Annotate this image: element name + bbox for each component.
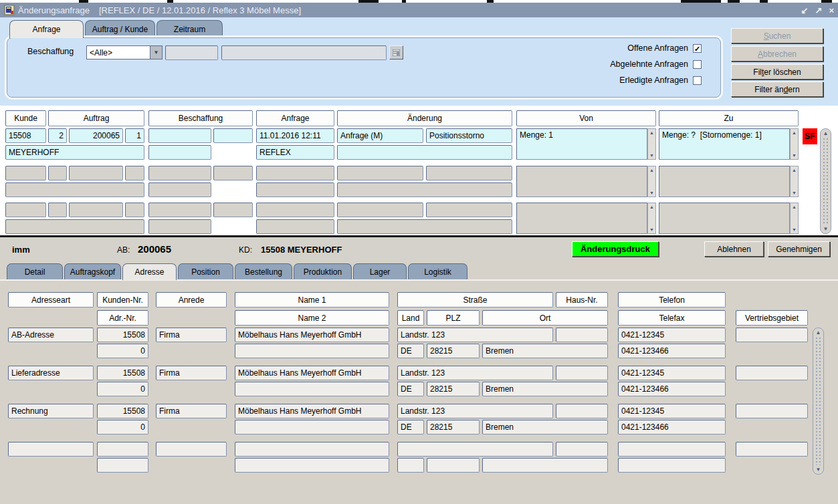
aenderung-art-field[interactable]: Positionsstorno <box>426 128 512 143</box>
tab-position[interactable]: Position <box>178 263 233 280</box>
abbrechen-button[interactable]: Abbrechen <box>731 46 823 61</box>
von-textarea-empty[interactable] <box>516 203 647 234</box>
scroll-down-icon[interactable]: ▼ <box>792 226 797 233</box>
plz-field[interactable]: 28215 <box>427 344 480 358</box>
empty-field[interactable] <box>256 203 334 217</box>
adr-nr-field[interactable] <box>97 458 148 473</box>
strasse-field[interactable] <box>397 442 553 457</box>
tab-produktion[interactable]: Produktion <box>294 263 352 280</box>
empty-field[interactable] <box>256 219 334 234</box>
kunde-name-field[interactable]: MEYERHOFF <box>5 145 144 160</box>
filter-aendern-button[interactable]: Filter ändern <box>731 82 823 97</box>
scroll-down-icon[interactable]: ▼ <box>649 226 654 233</box>
ort-field[interactable]: Bremen <box>482 420 608 434</box>
anrede-field[interactable]: Firma <box>156 404 227 418</box>
empty-field[interactable] <box>426 203 512 217</box>
empty-field[interactable] <box>5 166 46 180</box>
adressart-field[interactable]: AB-Adresse <box>8 328 94 342</box>
von-textarea-empty[interactable] <box>516 166 647 197</box>
minimize-icon[interactable]: ↙ <box>801 5 809 15</box>
empty-field[interactable] <box>69 203 123 217</box>
von-scrollbar[interactable]: ▲ ▼ <box>647 203 656 234</box>
empty-field[interactable] <box>256 182 334 197</box>
adr-nr-field[interactable]: 0 <box>97 344 148 358</box>
zu-textarea-empty[interactable] <box>659 203 790 234</box>
empty-field[interactable] <box>48 203 67 217</box>
scroll-up-icon[interactable]: ▲ <box>649 166 654 174</box>
empty-field[interactable] <box>125 203 144 217</box>
scroll-down-icon[interactable]: ▼ <box>649 189 654 197</box>
empty-field[interactable] <box>5 219 144 234</box>
von-scrollbar[interactable]: ▲ ▼ <box>647 128 656 160</box>
list-of-values-button[interactable] <box>389 45 403 59</box>
name1-field[interactable] <box>235 442 389 457</box>
von-scrollbar[interactable]: ▲ ▼ <box>647 166 656 197</box>
kunden-nr-field[interactable]: 15508 <box>97 404 148 418</box>
suchen-button[interactable]: Suchen <box>731 28 823 43</box>
empty-field[interactable] <box>148 203 211 217</box>
empty-field[interactable] <box>337 166 423 180</box>
name1-field[interactable]: Möbelhaus Hans Meyerhoff GmbH <box>235 366 389 380</box>
erledigte-anfragen-checkbox[interactable] <box>693 76 702 85</box>
empty-field[interactable] <box>148 219 211 234</box>
strasse-field[interactable]: Landstr. 123 <box>397 404 553 418</box>
auftrag-field[interactable]: 200065 <box>69 128 123 143</box>
empty-field[interactable] <box>213 203 253 217</box>
beschaffung-name-field[interactable] <box>221 45 387 60</box>
empty-field[interactable] <box>148 182 211 197</box>
results-scrollbar[interactable]: ▲ ▼ <box>820 128 831 234</box>
land-field[interactable] <box>397 458 424 473</box>
anrede-field[interactable]: Firma <box>156 366 227 380</box>
scroll-down-icon[interactable]: ▼ <box>792 189 797 197</box>
scroll-up-icon[interactable]: ▲ <box>823 130 829 136</box>
telefon-field[interactable] <box>618 442 726 457</box>
ort-field[interactable]: Bremen <box>482 344 608 358</box>
kunde-field[interactable]: 15508 <box>5 128 46 143</box>
plz-field[interactable]: 28215 <box>427 420 480 434</box>
anfrage-datum-field[interactable]: 11.01.2016 12:11 <box>256 128 334 143</box>
strasse-field[interactable]: Landstr. 123 <box>397 366 553 380</box>
kunde-pos-field[interactable]: 2 <box>48 128 67 143</box>
tab-adresse[interactable]: Adresse <box>122 263 177 280</box>
empty-field[interactable] <box>426 166 512 180</box>
anfrage-quelle-field[interactable]: REFLEX <box>256 145 334 160</box>
scroll-down-icon[interactable]: ▼ <box>792 152 797 159</box>
empty-field[interactable] <box>337 203 423 217</box>
scroll-up-icon[interactable]: ▲ <box>792 129 797 136</box>
ort-field[interactable]: Bremen <box>482 382 608 396</box>
tab-auftrag-kunde[interactable]: Auftrag / Kunde <box>85 20 155 38</box>
empty-field[interactable] <box>148 166 211 180</box>
tab-lager[interactable]: Lager <box>353 263 407 280</box>
telefax-field[interactable] <box>618 458 726 473</box>
telefax-field[interactable]: 0421-123466 <box>618 382 726 396</box>
beschaffung-dropdown[interactable]: <Alle> ▼ <box>86 45 163 59</box>
adr-nr-field[interactable]: 0 <box>97 382 148 396</box>
kunden-nr-field[interactable]: 15508 <box>97 328 148 342</box>
telefon-field[interactable]: 0421-12345 <box>618 404 726 418</box>
plz-field[interactable]: 28215 <box>427 382 480 396</box>
chevron-down-icon[interactable]: ▼ <box>150 46 162 59</box>
scrollbar-thumb[interactable] <box>815 337 821 465</box>
von-textarea[interactable]: Menge: 1 <box>516 128 647 160</box>
name2-field[interactable] <box>235 458 389 473</box>
tab-zeitraum[interactable]: Zeitraum <box>156 20 223 38</box>
empty-field[interactable] <box>337 182 512 197</box>
land-field[interactable]: DE <box>397 420 424 434</box>
tab-detail[interactable]: Detail <box>7 263 63 280</box>
beschaffung-name-field[interactable] <box>148 145 211 160</box>
vertriebsgebiet-field[interactable] <box>736 404 808 418</box>
zu-textarea-empty[interactable] <box>659 166 790 197</box>
land-field[interactable]: DE <box>397 382 424 396</box>
close-icon[interactable]: × <box>829 5 834 15</box>
haus-nr-field[interactable] <box>556 404 608 418</box>
scroll-down-icon[interactable]: ▼ <box>823 226 829 232</box>
vertriebsgebiet-field[interactable] <box>736 442 808 457</box>
haus-nr-field[interactable] <box>556 442 608 457</box>
scroll-up-icon[interactable]: ▲ <box>649 129 654 136</box>
genehmigen-button[interactable]: Genehmigen <box>768 241 830 257</box>
zu-scrollbar[interactable]: ▲ ▼ <box>790 128 799 160</box>
tab-logistik[interactable]: Logistik <box>408 263 467 280</box>
scrollbar-thumb[interactable] <box>823 138 829 225</box>
tab-bestellung[interactable]: Bestellung <box>235 263 292 280</box>
name2-field[interactable] <box>235 420 389 434</box>
